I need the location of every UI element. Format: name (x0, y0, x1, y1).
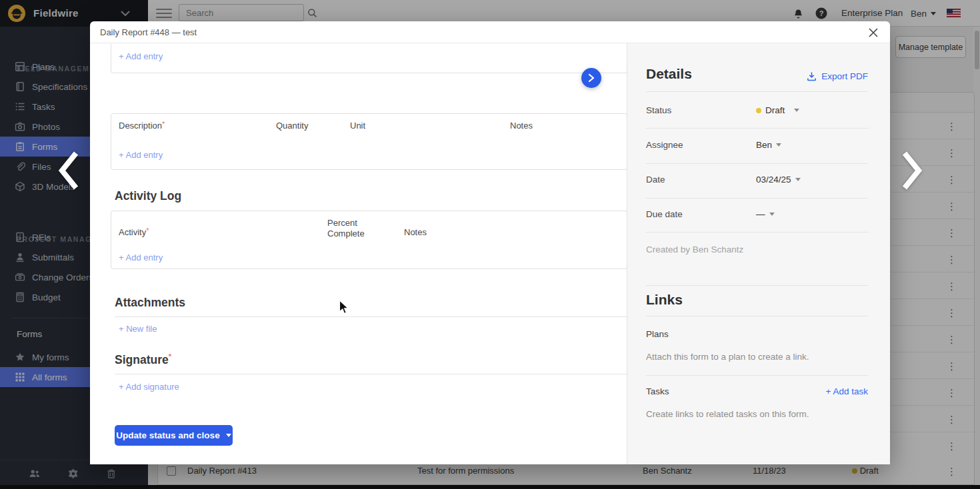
assignee-dropdown[interactable]: Ben (756, 140, 781, 150)
export-pdf-link[interactable]: Export PDF (807, 71, 868, 81)
section-heading-activity-log: Activity Log (115, 189, 181, 203)
modal-header: Daily Report #448 — test (90, 21, 890, 43)
column-header-notes: Notes (404, 227, 427, 238)
panel-divider (646, 316, 868, 316)
links-tasks-label: Tasks (646, 386, 669, 396)
caret-down-icon (769, 213, 775, 216)
required-marker: * (169, 352, 171, 360)
chevron-right-icon (587, 73, 595, 83)
panel-divider (646, 128, 868, 129)
add-entry-link[interactable]: + Add entry (119, 51, 163, 61)
caret-down-icon (226, 434, 231, 437)
column-header-description: Description* (119, 121, 165, 131)
caret-down-icon (794, 109, 799, 112)
previous-section-card: + Add entry (111, 44, 627, 73)
links-plans-hint: Attach this form to a plan to create a l… (646, 352, 809, 362)
close-icon[interactable] (867, 27, 879, 39)
links-heading: Links (646, 292, 683, 308)
section-divider (115, 316, 627, 317)
required-marker: * (146, 227, 149, 235)
details-panel: Details Export PDF Status Draft Assignee… (627, 43, 890, 464)
modal-title: Daily Report #448 — test (100, 21, 197, 43)
add-entry-link[interactable]: + Add entry (119, 150, 163, 160)
status-dot-icon (756, 108, 761, 113)
new-file-link[interactable]: + New file (119, 324, 157, 334)
date-dropdown[interactable]: 03/24/25 (756, 175, 801, 185)
section-divider (115, 374, 627, 374)
column-header-quantity: Quantity (276, 121, 308, 131)
assignee-label: Assignee (646, 140, 683, 150)
add-entry-link[interactable]: + Add entry (119, 252, 163, 262)
panel-divider (646, 91, 868, 92)
required-marker: * (162, 120, 165, 128)
column-header-percent-complete: Percent Complete (327, 218, 370, 239)
add-task-link[interactable]: + Add task (826, 386, 868, 396)
panel-divider (646, 375, 868, 376)
due-date-label: Due date (646, 209, 683, 219)
download-icon (807, 71, 817, 81)
material-delivery-card: Description* Quantity Unit Notes + Add e… (111, 113, 627, 170)
bottom-black-bar (0, 485, 980, 489)
caret-down-icon (795, 178, 801, 181)
daily-report-modal: Daily Report #448 — test + Add entry Mat… (90, 21, 890, 464)
section-heading-attachments: Attachments (115, 296, 185, 310)
activity-log-card: Activity* Percent Complete Notes + Add e… (111, 211, 627, 269)
add-signature-link[interactable]: + Add signature (119, 382, 179, 392)
panel-divider (646, 163, 868, 164)
previous-form-chevron[interactable] (56, 149, 81, 192)
created-by-text: Created by Ben Schantz (646, 244, 743, 254)
section-heading-signature: Signature* (115, 353, 171, 367)
status-label: Status (646, 105, 671, 115)
update-status-button[interactable]: Update status and close (115, 425, 233, 446)
date-label: Date (646, 175, 665, 185)
column-header-activity: Activity* (119, 227, 149, 238)
links-plans-label: Plans (646, 329, 669, 339)
panel-divider (646, 232, 868, 233)
details-heading: Details (646, 66, 692, 82)
links-tasks-hint: Create links to related tasks on this fo… (646, 409, 809, 419)
next-form-chevron[interactable] (899, 149, 925, 192)
panel-divider (646, 285, 868, 286)
form-content: + Add entry Material Delivery Descriptio… (90, 43, 627, 464)
due-date-dropdown[interactable]: — (756, 209, 775, 219)
column-header-unit: Unit (350, 121, 365, 131)
column-header-notes: Notes (510, 121, 533, 131)
expand-panel-button[interactable] (581, 68, 601, 88)
status-dropdown[interactable]: Draft (756, 105, 799, 115)
caret-down-icon (776, 143, 781, 147)
panel-divider (646, 198, 868, 199)
